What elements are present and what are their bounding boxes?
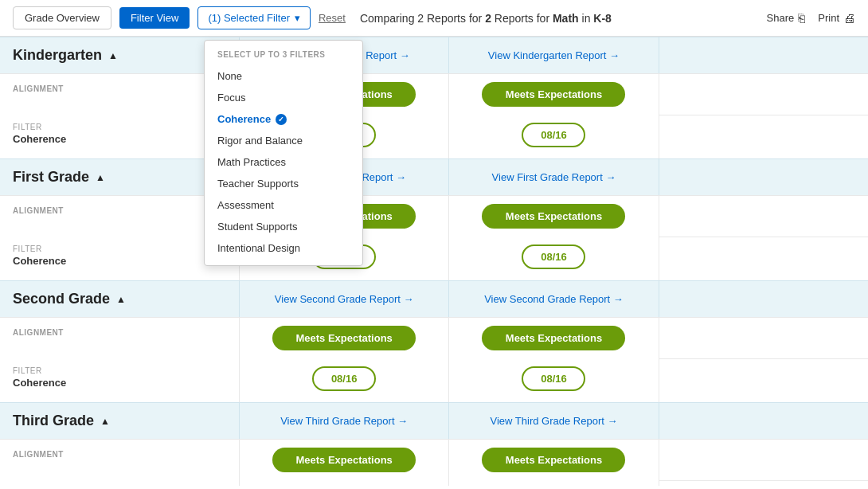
dropdown-item-teacher-supports[interactable]: Teacher Supports [205, 173, 362, 194]
grade-link1-2[interactable]: View Second Grade Report → [239, 280, 448, 317]
top-right-actions: Share ⎗ Print 🖨 [767, 11, 855, 25]
grade-empty-1 [659, 158, 868, 195]
badge2-cell-3: Meets Expectations [448, 439, 658, 480]
chevron-up-icon-2: ▲ [116, 294, 126, 305]
grade-name-3: Third Grade [13, 413, 94, 429]
share-button[interactable]: Share ⎗ [767, 11, 806, 25]
empty-align-1 [659, 195, 868, 237]
filter-label-1: FILTER [13, 244, 226, 253]
view-report-link1-3[interactable]: View Third Grade Report → [280, 415, 408, 427]
filter-label-2: FILTER [13, 366, 226, 375]
chevron-up-icon-0: ▲ [108, 50, 118, 61]
grade-name-0: Kindergarten [13, 47, 102, 64]
view-report-link2-3[interactable]: View Third Grade Report → [491, 415, 618, 427]
dropdown-item-coherence[interactable]: Coherence ✓ [205, 108, 362, 130]
badge2-cell-0: Meets Expectations [448, 73, 658, 115]
view-report-link1-2[interactable]: View Second Grade Report → [275, 293, 414, 305]
print-button[interactable]: Print 🖨 [818, 11, 855, 25]
grade-empty-0 [659, 37, 868, 73]
empty-filter-2 [659, 358, 868, 402]
align-label-cell-1: ALIGNMENT [0, 195, 239, 237]
filter-dropdown: SELECT UP TO 3 FILTERS NoneFocusCoherenc… [204, 40, 363, 266]
score1-cell-2: 08/16 [239, 358, 448, 402]
meets-badge1-2: Meets Expectations [272, 326, 416, 350]
meets-badge2-0: Meets Expectations [482, 82, 625, 107]
dropdown-item-math-practices[interactable]: Math Practices [205, 151, 362, 173]
align-label-cell-3: ALIGNMENT [0, 439, 239, 480]
grade-empty-2 [659, 280, 868, 317]
score2-cell-2: 08/16 [448, 358, 658, 402]
dropdown-item-student-supports[interactable]: Student Supports [205, 216, 362, 237]
filter-label-cell-0: FILTERCoherence [0, 115, 239, 158]
dropdown-item-assessment[interactable]: Assessment [205, 194, 362, 216]
chevron-up-icon-3: ▲ [100, 416, 110, 427]
score-badge1-2: 08/16 [312, 366, 376, 391]
empty-filter-1 [659, 237, 868, 280]
score1-cell-3: 08/16 [239, 480, 448, 486]
dropdown-item-rigor-and-balance[interactable]: Rigor and Balance [205, 130, 362, 151]
dropdown-item-intentional-design[interactable]: Intentional Design [205, 237, 362, 259]
empty-align-0 [659, 73, 868, 115]
meets-badge1-3: Meets Expectations [272, 448, 416, 472]
reset-button[interactable]: Reset [319, 12, 346, 24]
filter-label-cell-2: FILTERCoherence [0, 358, 239, 402]
grade-link1-3[interactable]: View Third Grade Report → [239, 402, 448, 439]
meets-badge2-1: Meets Expectations [482, 204, 625, 229]
grade-link2-0[interactable]: View Kindergarten Report → [448, 37, 658, 73]
grade-title-2: Second Grade ▲ [0, 280, 239, 317]
share-icon: ⎗ [798, 11, 805, 25]
check-icon: ✓ [276, 114, 287, 125]
score2-cell-1: 08/16 [448, 237, 658, 280]
grade-link2-2[interactable]: View Second Grade Report → [448, 280, 658, 317]
filter-label-cell-3: FILTERCoherence [0, 480, 239, 486]
empty-align-2 [659, 317, 868, 358]
chevron-down-icon: ▾ [295, 12, 300, 24]
badge1-cell-3: Meets Expectations [239, 439, 448, 480]
dropdown-item-none[interactable]: None [205, 65, 362, 87]
chevron-up-icon-1: ▲ [96, 172, 105, 183]
print-icon: 🖨 [843, 11, 855, 25]
score-badge2-1: 08/16 [522, 244, 585, 269]
grade-link2-3[interactable]: View Third Grade Report → [448, 402, 658, 439]
align-label-cell-2: ALIGNMENT [0, 317, 239, 358]
alignment-label-1: ALIGNMENT [13, 206, 64, 215]
grade-name-1: First Grade [13, 169, 89, 186]
empty-align-3 [659, 439, 868, 480]
selected-filter-label: (1) Selected Filter [208, 12, 290, 24]
score-badge2-0: 08/16 [522, 123, 585, 147]
view-report-link2-2[interactable]: View Second Grade Report → [484, 293, 624, 305]
score2-cell-0: 08/16 [448, 115, 658, 158]
grade-grid: Kindergarten ▲View Kindergarten Report →… [0, 37, 868, 486]
dropdown-item-focus[interactable]: Focus [205, 87, 362, 108]
grade-empty-3 [659, 402, 868, 439]
score2-cell-3: 08/16 [448, 480, 658, 486]
grade-overview-button[interactable]: Grade Overview [13, 6, 111, 29]
empty-filter-0 [659, 115, 868, 158]
selected-filter-button[interactable]: (1) Selected Filter ▾ [197, 6, 311, 29]
grade-title-0: Kindergarten ▲ [0, 37, 239, 73]
view-report-link2-1[interactable]: View First Grade Report → [492, 171, 616, 183]
comparing-info: Comparing 2 Reports for 2 Reports for Ma… [360, 12, 612, 25]
empty-filter-3 [659, 480, 868, 486]
badge2-cell-2: Meets Expectations [448, 317, 658, 358]
score-badge2-2: 08/16 [522, 366, 585, 391]
top-bar: Grade Overview Filter View (1) Selected … [0, 0, 868, 37]
filter-label-cell-1: FILTERCoherence [0, 237, 239, 280]
grade-name-2: Second Grade [13, 291, 110, 307]
filter-label-0: FILTER [13, 123, 226, 131]
view-report-link2-0[interactable]: View Kindergarten Report → [488, 49, 620, 61]
meets-badge2-3: Meets Expectations [482, 448, 625, 472]
grade-title-3: Third Grade ▲ [0, 402, 239, 439]
badge1-cell-2: Meets Expectations [239, 317, 448, 358]
alignment-label-0: ALIGNMENT [13, 84, 64, 93]
dropdown-header: SELECT UP TO 3 FILTERS [205, 47, 362, 65]
grade-title-1: First Grade ▲ [0, 158, 239, 195]
filter-view-button[interactable]: Filter View [119, 7, 190, 29]
alignment-label-2: ALIGNMENT [13, 328, 64, 337]
grade-link2-1[interactable]: View First Grade Report → [448, 158, 658, 195]
meets-badge2-2: Meets Expectations [482, 326, 625, 350]
main-content: Kindergarten ▲View Kindergarten Report →… [0, 37, 868, 486]
alignment-label-3: ALIGNMENT [13, 450, 64, 459]
filter-value-1: Coherence [13, 255, 66, 267]
filter-value-2: Coherence [13, 377, 66, 389]
